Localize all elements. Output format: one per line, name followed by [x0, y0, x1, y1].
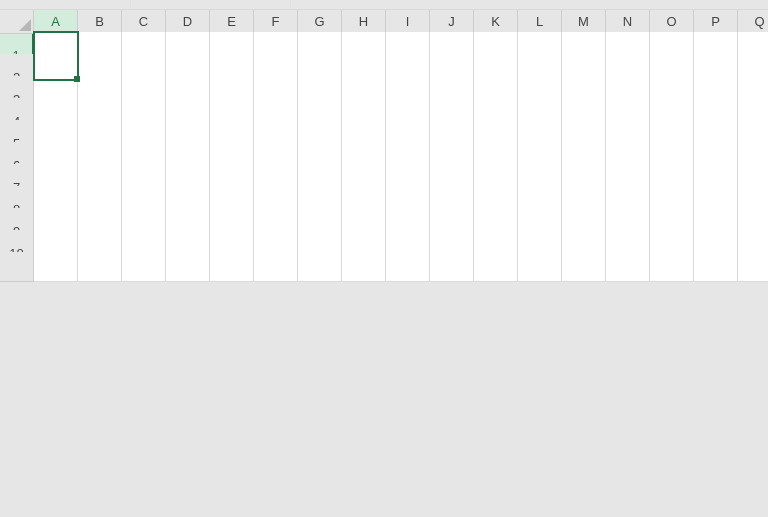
column-header-L[interactable]: L — [518, 10, 562, 34]
select-all-corner[interactable] — [0, 10, 34, 34]
cell-J11[interactable] — [430, 252, 474, 282]
column-header-E[interactable]: E — [210, 10, 254, 34]
cell-N11[interactable] — [606, 252, 650, 282]
cell-B11[interactable] — [78, 252, 122, 282]
cell-C11[interactable] — [122, 252, 166, 282]
spreadsheet-grid: A B C D E F G H I J K L M N O P Q 1 2 3 — [0, 10, 768, 274]
cell-G11[interactable] — [298, 252, 342, 282]
column-header-C[interactable]: C — [122, 10, 166, 34]
toolbar-divider — [130, 0, 131, 7]
column-header-N[interactable]: N — [606, 10, 650, 34]
column-header-H[interactable]: H — [342, 10, 386, 34]
column-header-Q[interactable]: Q — [738, 10, 768, 34]
cell-M11[interactable] — [562, 252, 606, 282]
row-header-11-partial[interactable] — [0, 252, 34, 282]
cell-F11[interactable] — [254, 252, 298, 282]
toolbar-fragment — [0, 0, 768, 10]
cell-L11[interactable] — [518, 252, 562, 282]
cell-A1[interactable] — [34, 32, 78, 80]
column-header-A[interactable]: A — [34, 10, 78, 34]
column-header-K[interactable]: K — [474, 10, 518, 34]
cell-D11[interactable] — [166, 252, 210, 282]
column-header-O[interactable]: O — [650, 10, 694, 34]
column-header-I[interactable]: I — [386, 10, 430, 34]
cell-I11[interactable] — [386, 252, 430, 282]
column-header-G[interactable]: G — [298, 10, 342, 34]
cell-Q11[interactable] — [738, 252, 768, 282]
column-header-M[interactable]: M — [562, 10, 606, 34]
cell-K11[interactable] — [474, 252, 518, 282]
column-header-J[interactable]: J — [430, 10, 474, 34]
cell-P11[interactable] — [694, 252, 738, 282]
select-all-triangle-icon — [19, 19, 31, 31]
cell-O11[interactable] — [650, 252, 694, 282]
cell-E11[interactable] — [210, 252, 254, 282]
column-header-D[interactable]: D — [166, 10, 210, 34]
cell-A11[interactable] — [34, 252, 78, 282]
column-header-B[interactable]: B — [78, 10, 122, 34]
toolbar-divider — [290, 0, 291, 7]
column-header-F[interactable]: F — [254, 10, 298, 34]
cell-H11[interactable] — [342, 252, 386, 282]
fill-handle[interactable] — [74, 76, 80, 82]
column-header-P[interactable]: P — [694, 10, 738, 34]
